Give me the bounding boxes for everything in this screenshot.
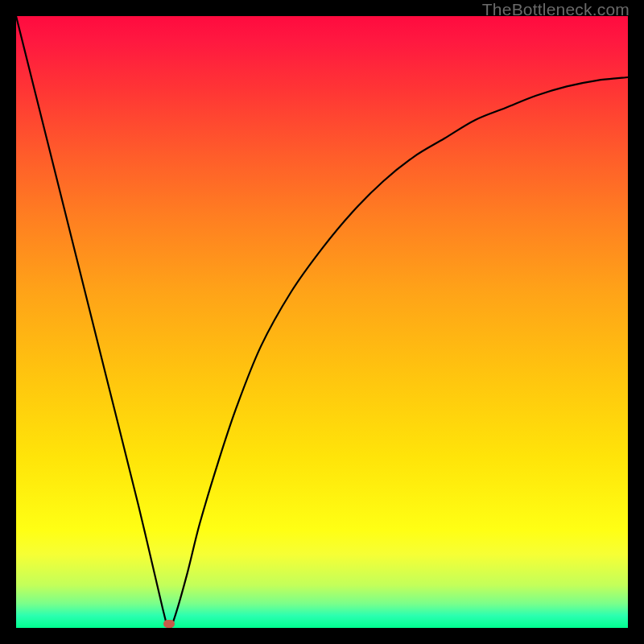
bottleneck-curve <box>16 16 628 628</box>
curve-svg <box>16 16 628 628</box>
optimum-marker <box>163 620 175 628</box>
plot-area <box>16 16 628 628</box>
chart-frame: TheBottleneck.com <box>0 0 644 644</box>
